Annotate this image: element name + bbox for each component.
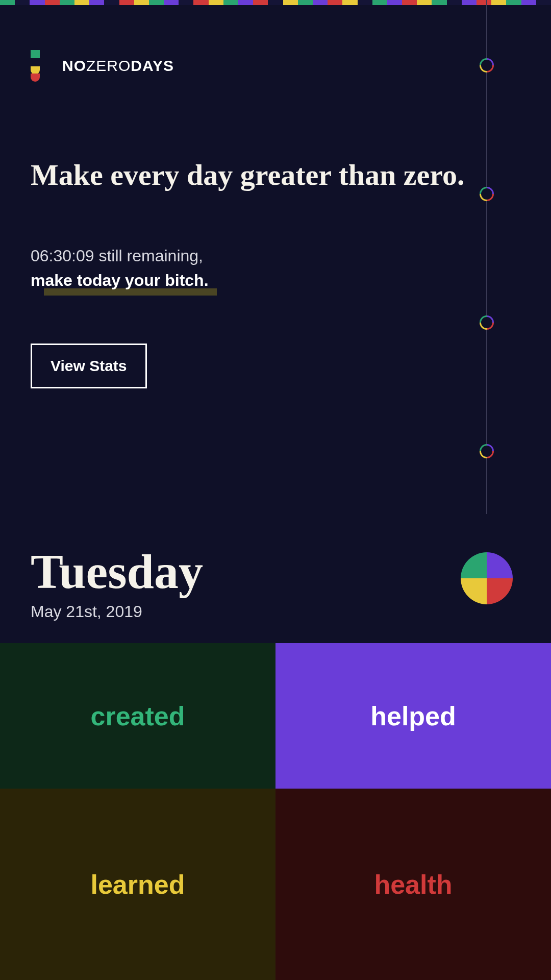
hero-headline: Make every day greater than zero. (31, 158, 520, 192)
current-date: May 21st, 2019 (31, 602, 203, 621)
category-tile-learned[interactable]: learned (0, 789, 276, 980)
category-label: learned (91, 869, 185, 900)
countdown-text: 06:30:09 still remaining, make today you… (31, 243, 520, 292)
logo-mark-icon (31, 50, 40, 82)
countdown-emphasis: make today your bitch. (31, 268, 209, 292)
timeline-dot-icon[interactable] (480, 444, 494, 458)
today-progress-circle-icon[interactable] (461, 552, 513, 604)
logo-segment-zero: ZERO (86, 57, 131, 74)
logo-segment-days: DAYS (131, 57, 174, 74)
category-label: helped (370, 701, 456, 731)
logo-text: NOZERODAYS (62, 57, 174, 75)
category-tile-health[interactable]: health (276, 789, 551, 980)
category-label: created (91, 701, 185, 731)
app-logo[interactable]: NOZERODAYS (31, 50, 520, 82)
category-grid: created helped learned health (0, 643, 551, 980)
category-label: health (374, 869, 452, 900)
countdown-suffix: still remaining, (94, 247, 203, 265)
countdown-time: 06:30:09 (31, 247, 94, 265)
category-tile-created[interactable]: created (0, 643, 276, 789)
view-stats-button[interactable]: View Stats (31, 344, 147, 388)
logo-segment-no: NO (62, 57, 86, 74)
current-day-name: Tuesday (31, 547, 203, 596)
category-tile-helped[interactable]: helped (276, 643, 551, 789)
